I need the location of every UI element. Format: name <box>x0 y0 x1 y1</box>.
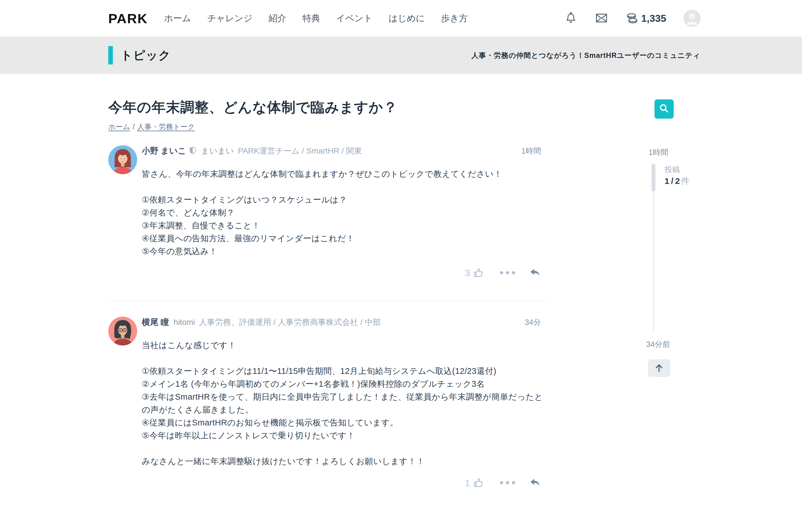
post-1-meta: PARK運営チーム / SmartHR / 関東 <box>238 146 362 156</box>
counter-unit: 件 <box>681 176 690 186</box>
post-2-meta: 人事労務、評価運用 / 人事労務商事株式会社 / 中部 <box>199 317 381 328</box>
post-1-more-button[interactable] <box>499 270 516 276</box>
breadcrumb: ホーム/人事・労務トーク <box>108 122 195 132</box>
counter-current: 1 <box>665 176 669 186</box>
accent-bar <box>108 46 113 64</box>
post-2: 横尾 瞳 hitomi 人事労務、評価運用 / 人事労務商事株式会社 / 中部 … <box>108 317 548 490</box>
header-actions: 1,335 <box>564 10 701 27</box>
nav-item-benefits[interactable]: 特典 <box>303 12 320 24</box>
post-1-body: 皆さん、今年の年末調整はどんな体制で臨まれますか？ぜひこのトピックで教えてくださ… <box>142 168 548 258</box>
arrow-up-icon <box>654 362 665 374</box>
site-header: PARK ホーム チャレンジ 紹介 特典 イベント はじめに 歩き方 <box>0 0 802 37</box>
post-2-like-count: 1 <box>465 478 470 489</box>
topic-bar: トピック 人事・労務の仲間とつながろう！SmartHRユーザーのコミュニティ <box>0 37 802 74</box>
notifications-button[interactable] <box>564 12 577 25</box>
moderator-shield-icon <box>189 146 196 155</box>
post-2-time: 34分 <box>525 317 541 327</box>
post-2-body: 当社はこんな感じです！ ①依頼スタートタイミングは11/1〜11/15申告期間、… <box>142 339 548 468</box>
counter-total: 2 <box>675 176 680 186</box>
points-indicator[interactable]: 1,335 <box>626 11 666 25</box>
post-1-reply-button[interactable] <box>529 267 541 280</box>
post-2-author-name[interactable]: 横尾 瞳 <box>142 317 169 328</box>
main-content: 今年の年末調整、どんな体制で臨みますか？ ホーム/人事・労務トーク <box>0 74 802 532</box>
page-title: 今年の年末調整、どんな体制で臨みますか？ <box>108 98 398 117</box>
timeline-scrubber-handle[interactable] <box>652 164 655 191</box>
post-1-nickname: まいまい <box>201 146 234 156</box>
thumbs-up-icon <box>473 267 484 279</box>
bell-icon <box>564 12 577 25</box>
timeline-end-time: 34分前 <box>646 339 670 349</box>
search-button[interactable] <box>654 99 674 119</box>
post-1-time: 1時間 <box>521 146 541 156</box>
post-2-actions: 1 <box>142 476 548 490</box>
breadcrumb-separator: / <box>133 122 135 131</box>
timeline-post-counter: 1/2件 <box>665 175 690 187</box>
timeline-posts-label: 投稿 <box>665 165 680 175</box>
messages-button[interactable] <box>595 11 608 26</box>
breadcrumb-category[interactable]: 人事・労務トーク <box>137 122 195 131</box>
topic-bar-label: トピック <box>120 48 171 63</box>
post-1-author-avatar[interactable] <box>108 145 137 174</box>
breadcrumb-home[interactable]: ホーム <box>108 122 130 131</box>
community-tagline: 人事・労務の仲間とつながろう！SmartHRユーザーのコミュニティ <box>472 51 700 60</box>
main-nav: ホーム チャレンジ 紹介 特典 イベント はじめに 歩き方 <box>164 12 468 24</box>
post-2-header: 横尾 瞳 hitomi 人事労務、評価運用 / 人事労務商事株式会社 / 中部 … <box>142 317 548 328</box>
timeline-start-time: 1時間 <box>648 147 668 157</box>
ellipsis-icon <box>499 480 516 486</box>
counter-separator: / <box>671 176 673 186</box>
post-divider <box>108 301 548 301</box>
post-1-like-button[interactable] <box>473 267 484 279</box>
search-icon <box>658 103 670 115</box>
reply-arrow-icon <box>529 267 541 280</box>
post-1-actions: 3 <box>142 266 548 280</box>
thumbs-up-icon <box>473 477 484 489</box>
post-1: 小野 まいこ まいまい PARK運営チーム / SmartHR / 関東 1時間… <box>108 145 548 280</box>
nav-item-guide[interactable]: 歩き方 <box>441 12 468 24</box>
nav-item-events[interactable]: イベント <box>336 12 373 24</box>
post-1-content: 小野 まいこ まいまい PARK運営チーム / SmartHR / 関東 1時間… <box>142 145 548 280</box>
post-2-author-avatar[interactable] <box>108 317 137 345</box>
ellipsis-icon <box>499 270 516 276</box>
post-2-nickname: hitomi <box>174 318 195 327</box>
nav-item-home[interactable]: ホーム <box>164 12 191 24</box>
user-avatar[interactable] <box>683 10 701 27</box>
post-1-header: 小野 まいこ まいまい PARK運営チーム / SmartHR / 関東 1時間 <box>142 145 548 157</box>
coin-count: 1,335 <box>641 13 666 24</box>
park-logo[interactable]: PARK <box>108 11 148 26</box>
scroll-to-top-button[interactable] <box>648 359 670 377</box>
post-2-content: 横尾 瞳 hitomi 人事労務、評価運用 / 人事労務商事株式会社 / 中部 … <box>142 317 548 490</box>
reply-arrow-icon <box>529 477 541 490</box>
post-1-like-count: 3 <box>465 268 470 279</box>
coins-icon <box>626 11 639 25</box>
post-2-more-button[interactable] <box>499 480 516 486</box>
nav-item-challenge[interactable]: チャレンジ <box>207 12 253 24</box>
mail-icon <box>595 11 608 26</box>
post-stream: 小野 まいこ まいまい PARK運営チーム / SmartHR / 関東 1時間… <box>108 145 548 490</box>
post-1-author-name[interactable]: 小野 まいこ <box>142 145 186 157</box>
nav-item-getting-started[interactable]: はじめに <box>389 12 425 24</box>
post-2-reply-button[interactable] <box>529 477 541 490</box>
nav-item-intro[interactable]: 紹介 <box>269 12 286 24</box>
post-2-like-button[interactable] <box>473 477 484 489</box>
